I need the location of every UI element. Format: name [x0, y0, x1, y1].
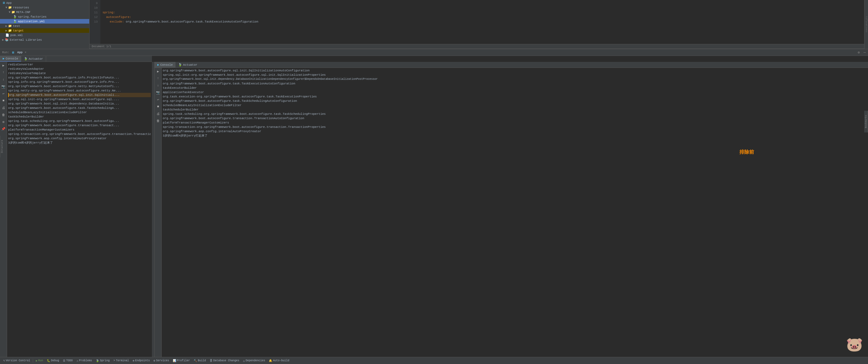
right-console-panel: ▶ Console 🍃 Actuator ▶ ↑ ↓ 📷 ↩ ■ 🖨 🗑 org…: [155, 62, 434, 182]
trash-icon-right[interactable]: 🗑: [156, 118, 161, 123]
console-line: redisKeyValueTemplate: [8, 71, 151, 75]
console-line: taskSchedulerBuilder: [8, 115, 151, 119]
editor-line: spring:: [102, 10, 434, 15]
left-console-toolbar: ▶ ↑ ↓ 📷 ↩ ■ 🖨 🗑 ⚙ 📌: [0, 62, 7, 182]
right-console-content: org.springframework.boot.autoconfigure.s…: [162, 68, 434, 182]
console-line: org.springframework.aop.config.internalA…: [8, 136, 151, 141]
scroll-up-icon-right[interactable]: ↑: [156, 76, 161, 81]
console-line: 3岁的tom和4岁的jerry打起来了: [8, 141, 151, 145]
file-tree-item[interactable]: ▶ 📁 test: [0, 24, 89, 28]
console-line: spring.netty-org.springframework.boot.au…: [8, 89, 151, 93]
scroll-down-icon-right[interactable]: ↓: [156, 83, 161, 88]
console-line: redisKeyValueAdapter: [8, 67, 151, 71]
run-label: Run:: [2, 51, 9, 54]
run-close-button[interactable]: ×: [25, 51, 26, 54]
console-line: org.springframework.boot.sql.init.depend…: [8, 101, 151, 106]
right-console-tabs: ▶ Console 🍃 Actuator: [155, 62, 434, 68]
wrap-icon[interactable]: ↩: [1, 91, 6, 96]
file-tree-item[interactable]: ▼ 📁 resources: [0, 5, 89, 10]
console-line: spring.transaction-org.springframework.b…: [8, 132, 151, 136]
file-tree-item[interactable]: ▶ 📁 target: [0, 28, 89, 33]
editor-line: [102, 6, 434, 10]
console-line: org.springframework.boot.autoconfigure.n…: [8, 84, 151, 89]
console-line: org.springframework.boot.autoconfigure.t…: [163, 99, 434, 103]
file-item-label: target: [13, 29, 24, 32]
print-icon-right[interactable]: 🖨: [156, 111, 161, 116]
structure-tab[interactable]: Structure: [0, 136, 4, 157]
line-numbers: 9 10 11 12 13: [90, 0, 100, 49]
file-tree: 🖥 App ▼ 📁 resources ▼ 📁 META-INF 🍃 sprin…: [0, 0, 90, 49]
file-tree-item[interactable]: 🍃 spring.factories: [0, 14, 89, 19]
console-line: platformTransactionManagerCustomizers: [163, 121, 434, 125]
console-line: spring.sql.init-org.springframework.boot…: [8, 97, 151, 101]
console-line-highlighted: org.springframework.boot.autoconfigure.s…: [8, 93, 151, 97]
console-line: org.springframework.boot.sql.init.depend…: [163, 77, 434, 82]
trash-icon[interactable]: 🗑: [1, 112, 6, 117]
tab-console-left[interactable]: ▶ Console: [0, 56, 21, 62]
console-line: org.springframework.boot.autoconfigure.t…: [8, 106, 151, 110]
play-icon-right[interactable]: ▶: [156, 69, 161, 74]
console-line: scheduledBeanLazyInitializationExcludeFi…: [163, 103, 434, 108]
left-console-content: redisConverter redisKeyValueAdapter redi…: [7, 62, 152, 182]
file-tree-item[interactable]: ▼ 📁 META-INF: [0, 10, 89, 14]
editor-line: autoconfigure:: [102, 15, 434, 20]
tab-actuator-right[interactable]: 🍃 Actuator: [176, 62, 200, 68]
file-tree-item[interactable]: 🖥 App: [0, 1, 89, 5]
camera-icon[interactable]: 📷: [1, 84, 6, 89]
console-line: org.springframework.boot.autoconfigure.t…: [8, 123, 151, 128]
file-tree-item-selected[interactable]: 🍃 application.yml: [0, 19, 89, 24]
file-item-label: test: [13, 24, 20, 28]
file-item-label: application.yml: [18, 20, 45, 23]
run-app-name: App: [17, 51, 23, 54]
console-line: applicationTaskExecutor: [163, 90, 434, 94]
file-item-label: resources: [13, 6, 29, 9]
editor-line: [102, 1, 434, 6]
settings-icon[interactable]: ⚙: [1, 119, 6, 124]
console-line: org.task.execution-org.springframework.b…: [163, 94, 434, 99]
console-line: spring.task.scheduling-org.springframewo…: [163, 112, 434, 116]
file-item-label: spring.factories: [18, 15, 46, 19]
console-line: taskExecutorBuilder: [163, 86, 434, 90]
tab-actuator-left[interactable]: 🍃 Actuator: [21, 56, 46, 62]
console-line: spring.task.scheduling-org.springframewo…: [8, 119, 151, 123]
file-item-label: App: [6, 1, 12, 5]
console-line: 3岁的tom和4岁的jerry打起来了: [163, 133, 434, 138]
file-tree-item[interactable]: 📄 pom.xml: [0, 33, 89, 37]
right-console-toolbar: ▶ ↑ ↓ 📷 ↩ ■ 🖨 🗑: [155, 68, 162, 182]
file-item-label: META-INF: [16, 10, 31, 14]
editor-line: exclude: org.springframework.boot.autoco…: [102, 20, 434, 24]
wrap-icon-right[interactable]: ↩: [156, 97, 161, 102]
tab-console-right[interactable]: ▶ Console: [155, 62, 176, 68]
left-console-panel: ▶ ↑ ↓ 📷 ↩ ■ 🖨 🗑 ⚙ 📌 redisConverter redis…: [0, 62, 152, 182]
console-line: spring.transaction-org.springframework.b…: [163, 125, 434, 129]
console-line: org.springframework.boot.autoconfigure.t…: [163, 82, 434, 86]
console-line: spring.info-org.springframework.boot.aut…: [8, 80, 151, 84]
console-line: org.springframework.boot.autoconfigure.i…: [8, 75, 151, 80]
scroll-down-icon[interactable]: ↓: [1, 77, 6, 82]
file-tree-item[interactable]: ▶ 📚 External Libraries: [0, 37, 89, 42]
print-icon[interactable]: 🖨: [1, 105, 6, 110]
console-line: platformTransactionManagerCustomizers: [8, 128, 151, 132]
play-icon[interactable]: ▶: [1, 63, 6, 68]
document-label: Document 1/1: [90, 44, 434, 49]
run-bar: Run: 🖥 App × ⚙ —: [0, 49, 434, 56]
stop-icon[interactable]: ■: [1, 98, 6, 103]
file-item-label: pom.xml: [10, 34, 23, 37]
camera-icon-right[interactable]: 📷: [156, 90, 161, 95]
console-line: scheduledBeanLazyInitializationExcludeFi…: [8, 110, 151, 115]
left-console-tabs: ▶ Console 🍃 Actuator: [0, 56, 152, 62]
console-line: org.springframework.boot.autoconfigure.t…: [163, 116, 434, 121]
scroll-up-icon[interactable]: ↑: [1, 70, 6, 75]
console-line: redisConverter: [8, 62, 151, 67]
pin-icon[interactable]: 📌: [1, 126, 6, 131]
console-line: org.springframework.aop.config.internalA…: [163, 129, 434, 133]
stop-icon-right[interactable]: ■: [156, 104, 161, 109]
console-line: org.springframework.boot.autoconfigure.s…: [163, 68, 434, 73]
editor-area: 9 10 11 12 13 spring: autoconfigure: exc…: [90, 0, 434, 49]
console-line: taskSchedulerBuilder: [163, 108, 434, 112]
file-item-label: External Libraries: [10, 38, 42, 41]
editor-content[interactable]: spring: autoconfigure: exclude: org.spri…: [100, 0, 434, 49]
console-line: spring.sql.init-org.springframework.boot…: [163, 73, 434, 77]
